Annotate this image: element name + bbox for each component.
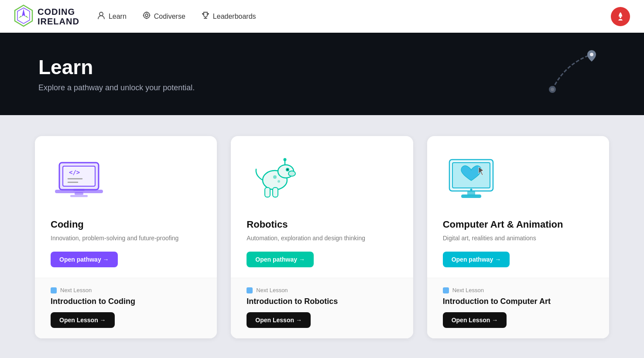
svg-point-39 <box>470 189 472 191</box>
card-art-bottom: Next Lesson Introduction to Computer Art… <box>427 278 609 338</box>
svg-rect-22 <box>75 192 83 195</box>
robotics-lesson-dot <box>247 287 253 293</box>
hero-title: Learn <box>38 55 606 79</box>
coding-illustration: </> <box>51 152 107 208</box>
hero-banner: Learn Explore a pathway and unlock your … <box>0 33 644 115</box>
coding-pathway-button[interactable]: Open pathway → <box>51 252 118 267</box>
card-art-desc: Digital art, realities and animations <box>443 234 593 243</box>
svg-rect-32 <box>273 188 278 197</box>
svg-point-5 <box>146 12 147 13</box>
cards-grid: </> Coding Innovation, problem-solving a… <box>35 136 609 338</box>
logo-text: CODING IRELAND <box>38 7 79 26</box>
card-coding-top: </> Coding Innovation, problem-solving a… <box>35 136 217 278</box>
card-robotics-top: Robotics Automation, exploration and des… <box>231 136 413 278</box>
nav-codiverse[interactable]: Codiverse <box>142 11 185 22</box>
robotics-lesson-title: Introduction to Robotics <box>247 297 397 306</box>
card-robotics-bottom: Next Lesson Introduction to Robotics Ope… <box>231 278 413 338</box>
card-computer-art: Computer Art & Animation Digital art, re… <box>427 136 609 338</box>
card-computer-art-top: Computer Art & Animation Digital art, re… <box>427 136 609 278</box>
nav-links: Learn Codiverse <box>97 11 611 22</box>
card-art-title: Computer Art & Animation <box>443 219 593 230</box>
nav-leaderboards-label: Leaderboards <box>213 13 256 20</box>
svg-point-28 <box>287 169 288 170</box>
hero-subtitle: Explore a pathway and unlock your potent… <box>38 83 606 92</box>
svg-point-12 <box>590 53 593 56</box>
main-content: </> Coding Innovation, problem-solving a… <box>0 115 644 356</box>
robotics-next-lesson-label: Next Lesson <box>247 287 397 293</box>
svg-point-34 <box>277 180 280 183</box>
svg-point-33 <box>273 175 277 179</box>
art-lesson-title: Introduction to Computer Art <box>443 297 593 306</box>
trophy-icon <box>201 11 210 22</box>
art-next-lesson-label: Next Lesson <box>443 287 593 293</box>
card-robotics: Robotics Automation, exploration and des… <box>231 136 413 338</box>
nav-learn-label: Learn <box>109 13 127 20</box>
card-robotics-title: Robotics <box>247 219 397 230</box>
svg-point-9 <box>620 17 621 18</box>
card-coding-desc: Innovation, problem-solving and future-p… <box>51 234 201 243</box>
nav-leaderboards[interactable]: Leaderboards <box>201 11 256 22</box>
card-robotics-desc: Automation, exploration and design think… <box>247 234 397 243</box>
logo-ireland: IRELAND <box>38 17 79 26</box>
learn-icon <box>97 11 106 22</box>
coding-open-lesson-button[interactable]: Open Lesson → <box>51 312 115 328</box>
user-avatar-button[interactable] <box>611 7 630 26</box>
svg-rect-23 <box>70 195 88 197</box>
art-lesson-dot <box>443 287 449 293</box>
art-pathway-button[interactable]: Open pathway → <box>443 252 510 267</box>
svg-rect-38 <box>461 194 481 198</box>
robotics-illustration <box>247 152 303 208</box>
svg-point-3 <box>144 12 150 18</box>
codiverse-icon <box>142 11 151 22</box>
svg-point-30 <box>284 158 287 161</box>
robotics-open-lesson-button[interactable]: Open Lesson → <box>247 312 311 328</box>
computer-art-illustration <box>443 152 500 208</box>
svg-point-7 <box>143 15 144 16</box>
svg-point-4 <box>145 14 148 17</box>
coding-lesson-title: Introduction to Coding <box>51 297 201 306</box>
card-coding-title: Coding <box>51 219 201 230</box>
logo-area[interactable]: CODING IRELAND <box>14 4 79 28</box>
svg-point-11 <box>551 88 554 91</box>
svg-point-6 <box>146 18 147 19</box>
svg-rect-21 <box>73 189 85 191</box>
svg-rect-31 <box>265 188 270 197</box>
navbar: CODING IRELAND Learn <box>0 0 644 33</box>
svg-point-2 <box>99 12 103 16</box>
svg-text:</>: </> <box>69 169 80 176</box>
coding-next-lesson-label: Next Lesson <box>51 287 201 293</box>
nav-learn[interactable]: Learn <box>97 11 127 22</box>
robotics-pathway-button[interactable]: Open pathway → <box>247 252 314 267</box>
card-coding: </> Coding Innovation, problem-solving a… <box>35 136 217 338</box>
hero-decoration <box>539 46 609 98</box>
logo-coding: CODING <box>38 7 79 17</box>
svg-point-26 <box>288 171 295 176</box>
nav-codiverse-label: Codiverse <box>154 13 185 20</box>
art-open-lesson-button[interactable]: Open Lesson → <box>443 312 507 328</box>
logo-icon <box>14 4 33 28</box>
rocket-avatar-icon <box>615 11 626 22</box>
hero-text: Learn Explore a pathway and unlock your … <box>38 55 606 92</box>
coding-lesson-dot <box>51 287 57 293</box>
card-coding-bottom: Next Lesson Introduction to Coding Open … <box>35 278 217 338</box>
svg-point-8 <box>149 15 150 16</box>
